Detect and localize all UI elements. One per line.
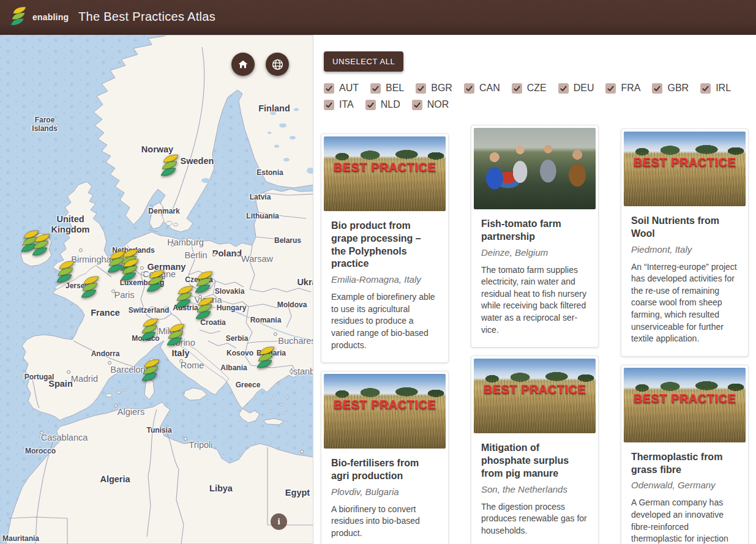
map-marker[interactable]	[161, 154, 179, 182]
checkbox-checked[interactable]	[700, 83, 711, 94]
map-marker[interactable]	[196, 297, 214, 325]
country-code: CZE	[527, 83, 547, 94]
app-root: enabling The Best Practices Atlas	[0, 0, 756, 544]
country-checkbox-item[interactable]: AUT	[324, 81, 359, 95]
enabling-logo-icon	[11, 6, 27, 28]
leaf-pin-icon	[176, 285, 194, 311]
app-logo[interactable]: enabling	[11, 6, 69, 28]
checkbox-checked[interactable]	[324, 83, 334, 94]
leaf-pin-icon	[81, 275, 100, 301]
content-panel: UNSELECT ALL AUTBELBGRCANCZEDEUFRAGBRIRL…	[314, 35, 756, 544]
card-body: Soil Nutrients from WoolPiedmont, ItalyA…	[621, 206, 748, 356]
country-checkbox-item[interactable]: FRA	[605, 81, 640, 95]
map-marker[interactable]	[81, 275, 100, 304]
home-button[interactable]	[231, 53, 255, 76]
country-code: NOR	[427, 99, 449, 110]
logo-text: enabling	[32, 12, 69, 22]
app-header: enabling The Best Practices Atlas	[0, 0, 756, 35]
practice-card[interactable]: Fish-tomato farm partnershipDeinze, Belg…	[471, 125, 599, 348]
cards-column-2: Fish-tomato farm partnershipDeinze, Belg…	[471, 125, 599, 544]
map-marker[interactable]	[257, 346, 275, 374]
page-title: The Best Practices Atlas	[78, 10, 215, 24]
card-location: Piedmont, Italy	[631, 244, 738, 255]
check-icon	[560, 84, 567, 92]
country-code: BGR	[431, 83, 452, 94]
checkbox-checked[interactable]	[512, 83, 522, 94]
practice-card[interactable]: BEST PRACTICEBio product from grape proc…	[321, 133, 449, 363]
practice-card[interactable]: BEST PRACTICEThermoplastic from grass fi…	[621, 365, 749, 544]
card-location: Son, the Netherlands	[481, 484, 588, 494]
unselect-all-button[interactable]: UNSELECT ALL	[324, 51, 403, 72]
info-icon: i	[277, 516, 280, 526]
country-code: DEU	[574, 83, 594, 94]
map-marker[interactable]	[195, 270, 214, 299]
card-image-wheat-field: BEST PRACTICE	[474, 359, 596, 433]
card-title: Thermoplastic from grass fibre	[631, 451, 738, 477]
card-description: Example of biorefinery able to use its a…	[331, 291, 438, 351]
leaf-pin-icon	[121, 258, 140, 284]
country-code: FRA	[621, 83, 640, 94]
checkbox-checked[interactable]	[412, 100, 422, 110]
card-title: Soil Nutrients from Wool	[631, 215, 738, 240]
country-checkbox-item[interactable]: NLD	[365, 98, 400, 111]
card-location: Plovdiv, Bulgaria	[331, 486, 438, 497]
check-icon	[702, 84, 709, 92]
practice-card[interactable]: BEST PRACTICEMitigation of phosphate sur…	[471, 356, 599, 544]
country-checkbox-item[interactable]: IRL	[700, 81, 731, 95]
map-marker[interactable]	[57, 260, 75, 288]
globe-button[interactable]	[266, 53, 289, 76]
country-checkbox-item[interactable]: DEU	[558, 81, 594, 95]
card-image-wheat-field: BEST PRACTICE	[624, 368, 746, 442]
card-description: The tomato farm supplies electricity, ra…	[481, 264, 588, 337]
country-checkbox-item[interactable]: GBR	[652, 81, 689, 95]
country-checkbox-item[interactable]: ITA	[324, 98, 354, 111]
leaf-pin-icon	[167, 323, 185, 349]
check-icon	[607, 84, 615, 92]
map-marker[interactable]	[121, 258, 140, 286]
country-checkbox-item[interactable]: BEL	[370, 81, 404, 95]
cards-grid: BEST PRACTICEBio product from grape proc…	[321, 133, 756, 544]
leaf-pin-icon	[161, 154, 179, 179]
best-practice-badge: BEST PRACTICE	[624, 155, 746, 170]
country-checkbox-item[interactable]: BGR	[416, 81, 452, 95]
check-icon	[367, 101, 375, 109]
info-button[interactable]: i	[271, 513, 287, 530]
practice-card[interactable]: BEST PRACTICESoil Nutrients from WoolPie…	[621, 129, 749, 357]
checkbox-checked[interactable]	[370, 83, 381, 94]
country-checkbox-item[interactable]: CZE	[512, 81, 547, 95]
check-icon	[372, 84, 380, 92]
practice-card[interactable]: BEST PRACTICEBio-fertilisers from agri p…	[321, 371, 449, 544]
checkbox-checked[interactable]	[558, 83, 569, 94]
checkbox-checked[interactable]	[652, 83, 662, 94]
best-practice-badge: BEST PRACTICE	[474, 382, 596, 397]
checkbox-checked[interactable]	[464, 83, 474, 94]
card-description: A biorifinery to convert residues into b…	[331, 504, 438, 540]
map-marker[interactable]	[147, 269, 165, 297]
check-icon	[413, 101, 421, 109]
checkbox-checked[interactable]	[324, 100, 334, 110]
map-marker[interactable]	[141, 318, 159, 346]
map-marker[interactable]	[32, 233, 51, 261]
map[interactable]: Faroe IslandsFinlandNorwaySwedenEstoniaL…	[0, 35, 313, 544]
country-checkbox-item[interactable]: CAN	[464, 81, 500, 95]
map-marker[interactable]	[167, 323, 185, 351]
checkbox-checked[interactable]	[416, 83, 426, 94]
check-icon	[465, 84, 473, 92]
check-icon	[325, 101, 333, 109]
leaf-pin-icon	[141, 318, 159, 343]
check-icon	[653, 84, 661, 92]
card-body: Bio product from grape processing – the …	[321, 211, 448, 362]
check-icon	[417, 84, 425, 92]
card-location: Emilia-Romagna, Italy	[331, 274, 438, 285]
leaf-pin-icon	[195, 270, 214, 296]
card-title: Bio-fertilisers from agri production	[331, 457, 438, 483]
cards-column-3: BEST PRACTICESoil Nutrients from WoolPie…	[621, 129, 749, 544]
checkbox-checked[interactable]	[365, 100, 376, 110]
best-practice-badge: BEST PRACTICE	[324, 160, 446, 174]
home-icon	[237, 58, 249, 70]
map-marker[interactable]	[176, 285, 194, 313]
check-icon	[513, 84, 521, 92]
country-checkbox-item[interactable]: NOR	[412, 98, 449, 111]
map-marker[interactable]	[142, 359, 160, 387]
checkbox-checked[interactable]	[605, 83, 616, 94]
